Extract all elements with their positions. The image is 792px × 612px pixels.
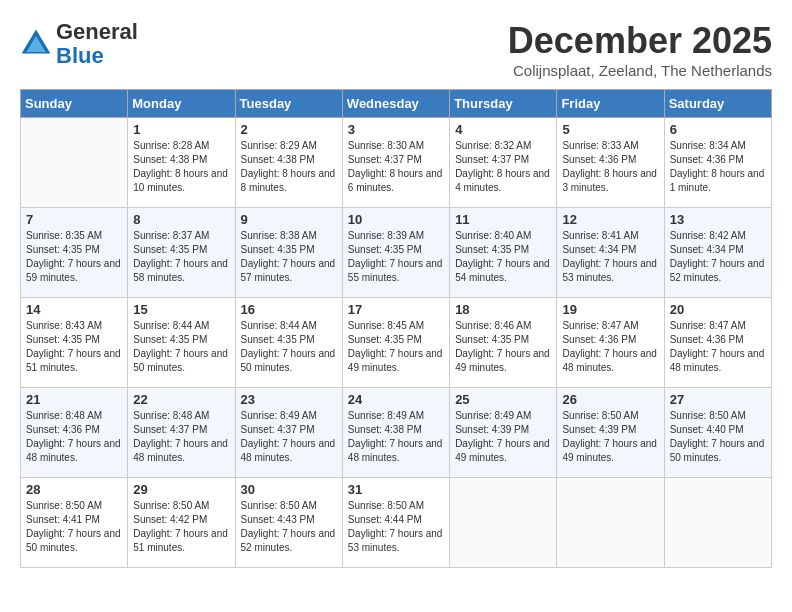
calendar-cell: 13Sunrise: 8:42 AMSunset: 4:34 PMDayligh… <box>664 208 771 298</box>
calendar-cell: 14Sunrise: 8:43 AMSunset: 4:35 PMDayligh… <box>21 298 128 388</box>
calendar-cell: 9Sunrise: 8:38 AMSunset: 4:35 PMDaylight… <box>235 208 342 298</box>
calendar-cell: 6Sunrise: 8:34 AMSunset: 4:36 PMDaylight… <box>664 118 771 208</box>
calendar-cell: 25Sunrise: 8:49 AMSunset: 4:39 PMDayligh… <box>450 388 557 478</box>
month-title: December 2025 <box>508 20 772 62</box>
calendar-cell: 18Sunrise: 8:46 AMSunset: 4:35 PMDayligh… <box>450 298 557 388</box>
day-info: Sunrise: 8:50 AMSunset: 4:41 PMDaylight:… <box>26 499 122 555</box>
day-info: Sunrise: 8:32 AMSunset: 4:37 PMDaylight:… <box>455 139 551 195</box>
calendar-week-row: 21Sunrise: 8:48 AMSunset: 4:36 PMDayligh… <box>21 388 772 478</box>
calendar-cell: 16Sunrise: 8:44 AMSunset: 4:35 PMDayligh… <box>235 298 342 388</box>
day-info: Sunrise: 8:48 AMSunset: 4:37 PMDaylight:… <box>133 409 229 465</box>
column-header-monday: Monday <box>128 90 235 118</box>
day-number: 5 <box>562 122 658 137</box>
column-header-sunday: Sunday <box>21 90 128 118</box>
calendar-cell: 17Sunrise: 8:45 AMSunset: 4:35 PMDayligh… <box>342 298 449 388</box>
calendar-cell: 1Sunrise: 8:28 AMSunset: 4:38 PMDaylight… <box>128 118 235 208</box>
calendar-week-row: 28Sunrise: 8:50 AMSunset: 4:41 PMDayligh… <box>21 478 772 568</box>
calendar-cell: 30Sunrise: 8:50 AMSunset: 4:43 PMDayligh… <box>235 478 342 568</box>
calendar-week-row: 14Sunrise: 8:43 AMSunset: 4:35 PMDayligh… <box>21 298 772 388</box>
day-number: 1 <box>133 122 229 137</box>
day-info: Sunrise: 8:37 AMSunset: 4:35 PMDaylight:… <box>133 229 229 285</box>
day-number: 6 <box>670 122 766 137</box>
day-info: Sunrise: 8:29 AMSunset: 4:38 PMDaylight:… <box>241 139 337 195</box>
day-info: Sunrise: 8:38 AMSunset: 4:35 PMDaylight:… <box>241 229 337 285</box>
calendar-table: SundayMondayTuesdayWednesdayThursdayFrid… <box>20 89 772 568</box>
calendar-cell: 23Sunrise: 8:49 AMSunset: 4:37 PMDayligh… <box>235 388 342 478</box>
day-number: 12 <box>562 212 658 227</box>
column-header-wednesday: Wednesday <box>342 90 449 118</box>
day-info: Sunrise: 8:41 AMSunset: 4:34 PMDaylight:… <box>562 229 658 285</box>
day-info: Sunrise: 8:50 AMSunset: 4:43 PMDaylight:… <box>241 499 337 555</box>
day-info: Sunrise: 8:49 AMSunset: 4:39 PMDaylight:… <box>455 409 551 465</box>
calendar-cell: 29Sunrise: 8:50 AMSunset: 4:42 PMDayligh… <box>128 478 235 568</box>
day-number: 20 <box>670 302 766 317</box>
day-number: 15 <box>133 302 229 317</box>
calendar-cell: 8Sunrise: 8:37 AMSunset: 4:35 PMDaylight… <box>128 208 235 298</box>
day-number: 29 <box>133 482 229 497</box>
calendar-cell: 7Sunrise: 8:35 AMSunset: 4:35 PMDaylight… <box>21 208 128 298</box>
day-number: 19 <box>562 302 658 317</box>
day-info: Sunrise: 8:33 AMSunset: 4:36 PMDaylight:… <box>562 139 658 195</box>
calendar-cell: 15Sunrise: 8:44 AMSunset: 4:35 PMDayligh… <box>128 298 235 388</box>
location-subtitle: Colijnsplaat, Zeeland, The Netherlands <box>508 62 772 79</box>
day-info: Sunrise: 8:43 AMSunset: 4:35 PMDaylight:… <box>26 319 122 375</box>
calendar-cell: 20Sunrise: 8:47 AMSunset: 4:36 PMDayligh… <box>664 298 771 388</box>
day-info: Sunrise: 8:50 AMSunset: 4:42 PMDaylight:… <box>133 499 229 555</box>
calendar-header-row: SundayMondayTuesdayWednesdayThursdayFrid… <box>21 90 772 118</box>
calendar-cell <box>21 118 128 208</box>
day-info: Sunrise: 8:34 AMSunset: 4:36 PMDaylight:… <box>670 139 766 195</box>
column-header-saturday: Saturday <box>664 90 771 118</box>
day-info: Sunrise: 8:44 AMSunset: 4:35 PMDaylight:… <box>241 319 337 375</box>
calendar-cell <box>664 478 771 568</box>
logo: General Blue <box>20 20 138 68</box>
column-header-thursday: Thursday <box>450 90 557 118</box>
day-info: Sunrise: 8:50 AMSunset: 4:40 PMDaylight:… <box>670 409 766 465</box>
day-info: Sunrise: 8:50 AMSunset: 4:39 PMDaylight:… <box>562 409 658 465</box>
logo-text: General Blue <box>56 20 138 68</box>
day-number: 31 <box>348 482 444 497</box>
day-number: 9 <box>241 212 337 227</box>
title-area: December 2025 Colijnsplaat, Zeeland, The… <box>508 20 772 79</box>
day-info: Sunrise: 8:45 AMSunset: 4:35 PMDaylight:… <box>348 319 444 375</box>
day-info: Sunrise: 8:50 AMSunset: 4:44 PMDaylight:… <box>348 499 444 555</box>
day-number: 10 <box>348 212 444 227</box>
day-number: 25 <box>455 392 551 407</box>
day-info: Sunrise: 8:47 AMSunset: 4:36 PMDaylight:… <box>562 319 658 375</box>
day-info: Sunrise: 8:30 AMSunset: 4:37 PMDaylight:… <box>348 139 444 195</box>
day-number: 27 <box>670 392 766 407</box>
day-number: 22 <box>133 392 229 407</box>
day-number: 7 <box>26 212 122 227</box>
day-number: 18 <box>455 302 551 317</box>
day-number: 13 <box>670 212 766 227</box>
calendar-cell: 21Sunrise: 8:48 AMSunset: 4:36 PMDayligh… <box>21 388 128 478</box>
calendar-week-row: 7Sunrise: 8:35 AMSunset: 4:35 PMDaylight… <box>21 208 772 298</box>
calendar-cell: 19Sunrise: 8:47 AMSunset: 4:36 PMDayligh… <box>557 298 664 388</box>
day-number: 3 <box>348 122 444 137</box>
page-header: General Blue December 2025 Colijnsplaat,… <box>20 20 772 79</box>
calendar-cell: 26Sunrise: 8:50 AMSunset: 4:39 PMDayligh… <box>557 388 664 478</box>
calendar-cell: 2Sunrise: 8:29 AMSunset: 4:38 PMDaylight… <box>235 118 342 208</box>
day-info: Sunrise: 8:35 AMSunset: 4:35 PMDaylight:… <box>26 229 122 285</box>
day-info: Sunrise: 8:28 AMSunset: 4:38 PMDaylight:… <box>133 139 229 195</box>
day-number: 26 <box>562 392 658 407</box>
calendar-cell <box>450 478 557 568</box>
day-number: 16 <box>241 302 337 317</box>
day-number: 24 <box>348 392 444 407</box>
day-number: 17 <box>348 302 444 317</box>
day-info: Sunrise: 8:48 AMSunset: 4:36 PMDaylight:… <box>26 409 122 465</box>
calendar-cell: 24Sunrise: 8:49 AMSunset: 4:38 PMDayligh… <box>342 388 449 478</box>
day-number: 14 <box>26 302 122 317</box>
day-number: 2 <box>241 122 337 137</box>
calendar-cell: 27Sunrise: 8:50 AMSunset: 4:40 PMDayligh… <box>664 388 771 478</box>
day-info: Sunrise: 8:44 AMSunset: 4:35 PMDaylight:… <box>133 319 229 375</box>
day-info: Sunrise: 8:49 AMSunset: 4:38 PMDaylight:… <box>348 409 444 465</box>
day-number: 8 <box>133 212 229 227</box>
column-header-tuesday: Tuesday <box>235 90 342 118</box>
day-number: 21 <box>26 392 122 407</box>
day-number: 30 <box>241 482 337 497</box>
calendar-cell: 22Sunrise: 8:48 AMSunset: 4:37 PMDayligh… <box>128 388 235 478</box>
day-number: 4 <box>455 122 551 137</box>
calendar-cell: 28Sunrise: 8:50 AMSunset: 4:41 PMDayligh… <box>21 478 128 568</box>
calendar-week-row: 1Sunrise: 8:28 AMSunset: 4:38 PMDaylight… <box>21 118 772 208</box>
calendar-cell <box>557 478 664 568</box>
